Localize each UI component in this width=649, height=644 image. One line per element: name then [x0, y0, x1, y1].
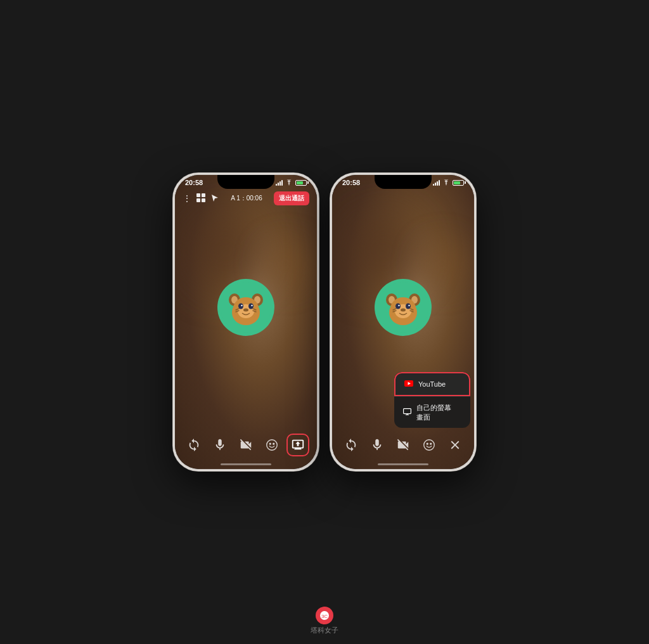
svg-point-15	[241, 305, 242, 306]
mic-button-left[interactable]	[209, 434, 231, 456]
svg-point-18	[267, 440, 278, 451]
svg-point-33	[408, 305, 409, 306]
phone-right: 20:58	[330, 173, 476, 471]
status-bar-left: 20:58	[175, 179, 317, 186]
svg-rect-1	[196, 193, 200, 197]
svg-point-30	[395, 303, 401, 309]
call-info: A 1：00:06	[224, 194, 269, 203]
svg-point-39	[427, 443, 428, 444]
svg-point-21	[446, 184, 447, 184]
popup-menu: YouTube 自己的螢幕畫面	[394, 372, 470, 428]
svg-rect-37	[404, 408, 411, 413]
time-left: 20:58	[185, 179, 203, 186]
svg-point-20	[273, 443, 274, 444]
svg-point-13	[238, 303, 243, 309]
home-indicator-right	[378, 463, 428, 465]
youtube-menu-item[interactable]: YouTube	[394, 372, 470, 396]
svg-rect-2	[202, 193, 205, 197]
character-avatar-right	[375, 279, 432, 336]
svg-point-17	[243, 308, 248, 311]
emoji-button-left[interactable]	[260, 434, 283, 456]
battery-icon-left	[295, 180, 307, 186]
status-bar-right: 20:58	[332, 179, 474, 186]
grid-icon[interactable]	[196, 193, 205, 204]
character-avatar-left	[217, 279, 274, 336]
youtube-icon	[404, 380, 413, 389]
home-indicator-left	[221, 463, 271, 465]
rotate-button-right[interactable]	[340, 434, 363, 456]
phone-right-screen: 20:58	[332, 175, 474, 469]
wifi-icon-left	[285, 179, 293, 186]
signal-icon-left	[276, 180, 283, 186]
screen-share-label: 自己的螢幕畫面	[416, 403, 451, 422]
video-off-button-left[interactable]	[235, 434, 257, 456]
svg-text:3C: 3C	[321, 614, 328, 619]
top-toolbar: ⋮ A 1：00:06	[175, 191, 317, 205]
time-right: 20:58	[342, 179, 360, 186]
svg-point-31	[406, 303, 411, 309]
wifi-icon-right	[442, 179, 450, 186]
more-options-icon[interactable]: ⋮	[183, 193, 191, 203]
youtube-label: YouTube	[418, 380, 446, 389]
rotate-button-left[interactable]	[183, 434, 205, 456]
signal-icon-right	[433, 180, 440, 186]
bottom-controls-left	[175, 434, 317, 456]
svg-rect-3	[196, 198, 200, 202]
screen-icon	[403, 408, 411, 417]
svg-point-14	[248, 303, 254, 309]
emoji-button-right[interactable]	[418, 434, 440, 456]
phones-container: 20:58	[173, 173, 476, 471]
bottom-controls-right	[332, 434, 474, 456]
status-icons-right	[433, 179, 464, 186]
svg-point-38	[424, 440, 435, 451]
svg-point-19	[269, 443, 271, 444]
watermark: 3C 塔科女子	[311, 607, 338, 635]
phone-left-screen: 20:58	[175, 175, 317, 469]
svg-rect-4	[202, 198, 205, 202]
svg-point-16	[251, 305, 252, 306]
share-screen-button-left[interactable]	[286, 434, 309, 456]
svg-point-40	[430, 443, 432, 444]
video-off-button-right[interactable]	[392, 434, 414, 456]
watermark-text: 塔科女子	[311, 626, 338, 635]
battery-icon-right	[453, 180, 464, 186]
close-button-right[interactable]	[444, 434, 466, 456]
screen-menu-item[interactable]: 自己的螢幕畫面	[394, 396, 470, 428]
mic-button-right[interactable]	[366, 434, 389, 456]
leave-call-button[interactable]: 退出通話	[274, 191, 309, 205]
svg-point-0	[288, 184, 290, 184]
phone-left: 20:58	[173, 173, 319, 471]
svg-point-32	[398, 305, 399, 306]
status-icons-left	[276, 179, 307, 186]
cursor-icon[interactable]	[210, 193, 219, 204]
svg-point-34	[401, 308, 406, 311]
